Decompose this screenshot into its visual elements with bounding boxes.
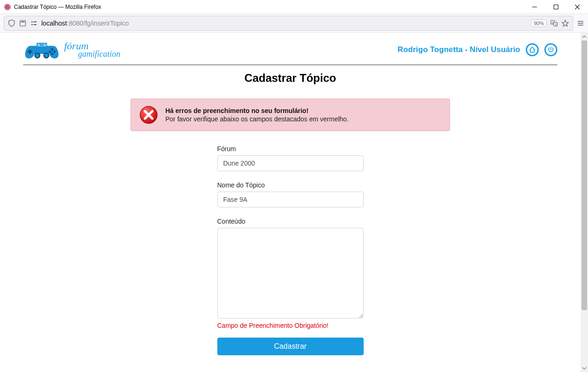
svg-rect-23 — [28, 51, 33, 53]
svg-rect-3 — [554, 5, 558, 9]
controller-icon: FG — [23, 39, 60, 60]
topic-form: Fórum Nome do Tópico Conteúdo Campo de P… — [217, 145, 364, 355]
site-header: FG fórum gamification — [19, 39, 562, 65]
header-divider — [23, 65, 557, 65]
topic-name-input[interactable] — [217, 192, 364, 207]
home-icon[interactable] — [526, 43, 539, 56]
logo-line2: gamification — [64, 50, 120, 58]
scroll-down-arrow-icon[interactable] — [581, 364, 588, 372]
forum-label: Fórum — [217, 145, 364, 153]
url-host: localhost — [41, 20, 67, 27]
url-port: :8080 — [67, 20, 83, 27]
content-label: Conteúdo — [217, 218, 364, 225]
window-title: Cadastrar Tópico — Mozilla Firefox — [14, 4, 101, 10]
svg-text:A: A — [552, 21, 554, 24]
svg-rect-11 — [33, 24, 37, 25]
page-content: FG fórum gamification — [0, 33, 581, 355]
scroll-up-arrow-icon[interactable] — [581, 33, 588, 40]
page-info-icon[interactable] — [19, 20, 26, 27]
content-field-group: Conteúdo Campo de Preenchimento Obrigató… — [217, 218, 364, 329]
window-maximize-button[interactable] — [545, 0, 567, 14]
window-titlebar: Cadastrar Tópico — Mozilla Firefox — [0, 0, 588, 14]
app-menu-icon[interactable] — [577, 20, 584, 27]
svg-point-27 — [49, 51, 51, 53]
topic-name-label: Nome do Tópico — [217, 181, 364, 189]
svg-point-1 — [6, 5, 10, 9]
content-error-message: Campo de Preenchimento Obrigatório! — [217, 322, 364, 329]
svg-point-24 — [51, 48, 53, 51]
error-icon — [139, 106, 158, 124]
url-bar[interactable]: localhost:8080/fg/inserirTopico 90% A文 — [4, 16, 573, 31]
url-text: localhost:8080/fg/inserirTopico — [41, 20, 129, 27]
svg-rect-6 — [20, 20, 26, 26]
svg-point-30 — [35, 53, 39, 57]
submit-button[interactable]: Cadastrar — [217, 338, 364, 355]
svg-rect-7 — [21, 21, 25, 22]
scrollbar-thumb[interactable] — [581, 40, 587, 310]
bookmark-star-icon[interactable] — [562, 20, 569, 27]
svg-text:FG: FG — [40, 44, 44, 46]
url-path: /fg/inserirTopico — [83, 20, 129, 27]
svg-text:文: 文 — [555, 22, 557, 26]
page-viewport: FG fórum gamification — [0, 33, 588, 372]
page-title: Cadastrar Tópico — [19, 72, 562, 85]
titlebar-left: Cadastrar Tópico — Mozilla Firefox — [4, 3, 101, 11]
firefox-icon — [4, 3, 11, 11]
vertical-scrollbar[interactable] — [581, 33, 588, 372]
svg-point-31 — [45, 53, 48, 57]
translate-icon[interactable]: A文 — [550, 20, 558, 27]
logo-text: fórum gamification — [64, 41, 120, 58]
window-controls — [524, 0, 588, 14]
window-minimize-button[interactable] — [524, 0, 545, 14]
topic-name-field-group: Nome do Tópico — [217, 181, 364, 207]
content-textarea[interactable] — [217, 228, 364, 319]
browser-toolbar: localhost:8080/fg/inserirTopico 90% A文 — [0, 14, 588, 33]
user-bar: Rodrigo Tognetta - Nível Usuário — [398, 43, 557, 56]
svg-point-25 — [53, 51, 56, 53]
form-error-alert: Há erros de preenchimento no seu formulá… — [131, 99, 450, 131]
user-label[interactable]: Rodrigo Tognetta - Nível Usuário — [398, 45, 520, 54]
shield-icon[interactable] — [8, 20, 15, 27]
svg-rect-9 — [33, 21, 37, 22]
zoom-badge[interactable]: 90% — [531, 20, 547, 27]
svg-point-8 — [32, 21, 33, 22]
svg-point-26 — [51, 53, 53, 55]
alert-title: Há erros de preenchimento no seu formulá… — [165, 107, 349, 114]
forum-field-group: Fórum — [217, 145, 364, 171]
power-icon[interactable] — [544, 43, 557, 56]
alert-subtitle: Por favor verifique abaixo os campos des… — [165, 115, 349, 123]
window-close-button[interactable] — [567, 0, 588, 14]
forum-input[interactable] — [217, 155, 364, 171]
svg-point-10 — [32, 24, 33, 25]
permissions-icon[interactable] — [30, 20, 38, 27]
site-logo[interactable]: FG fórum gamification — [23, 39, 120, 60]
